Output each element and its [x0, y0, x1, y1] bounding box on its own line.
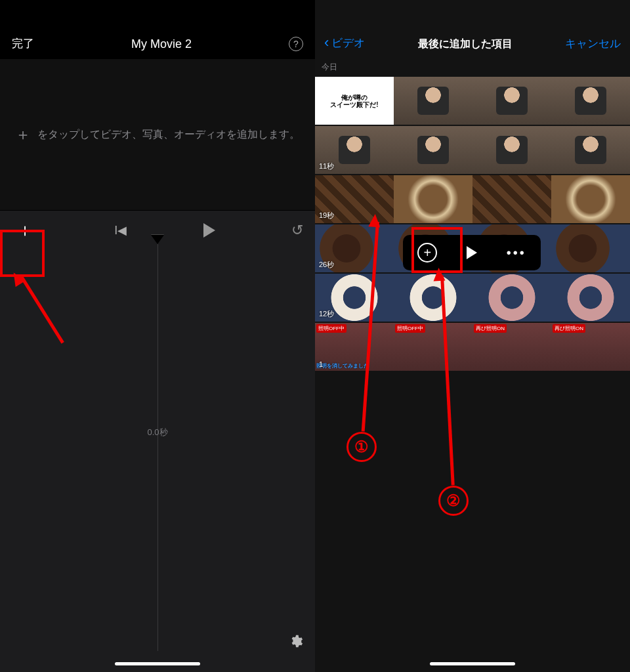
video-row[interactable]: 照明OFF中 照明を消してみました 照明OFF中 再び照明ON 再び照明ON 1	[315, 323, 630, 371]
back-label: ビデオ	[331, 35, 365, 51]
video-thumbnail: 再び照明ON	[472, 323, 551, 371]
undo-button[interactable]: ↺	[291, 222, 303, 239]
more-actions-button[interactable]: •••	[507, 245, 526, 261]
back-button[interactable]: ‹ ビデオ	[324, 34, 365, 51]
hint-text: をタップしてビデオ、写真、オーディオを追加します。	[37, 128, 300, 142]
chevron-left-icon: ‹	[324, 34, 329, 51]
playhead-line	[158, 244, 158, 651]
annotation-step-2: ②	[438, 486, 469, 516]
video-thumbnail	[551, 77, 630, 125]
picker-title: 最後に追加した項目	[418, 37, 513, 51]
duration-label: 12秒	[319, 309, 334, 319]
video-thumbnail	[472, 274, 551, 322]
video-row-selected[interactable]: 19秒	[315, 175, 630, 223]
video-thumbnail: 俺が噂の スイーツ殿下だ!	[315, 77, 394, 125]
add-media-hint: ＋ をタップしてビデオ、写真、オーディオを追加します。	[15, 124, 300, 145]
video-thumbnail: 照明OFF中	[394, 323, 472, 371]
video-list: 俺が噂の スイーツ殿下だ! 11秒 19秒	[315, 77, 630, 672]
duration-label: 11秒	[319, 161, 334, 171]
video-thumbnail	[472, 77, 551, 125]
duration-label: 1	[319, 360, 323, 368]
annotation-step-1: ①	[346, 432, 377, 462]
video-thumbnail	[472, 126, 551, 174]
section-header-today: 今日	[315, 59, 630, 77]
video-thumbnail	[394, 126, 472, 174]
settings-button[interactable]	[287, 633, 304, 650]
home-indicator	[430, 662, 515, 665]
video-row[interactable]: 俺が噂の スイーツ殿下だ!	[315, 77, 630, 125]
help-button[interactable]: ?	[289, 37, 303, 51]
video-thumbnail	[394, 77, 472, 125]
video-thumbnail	[551, 224, 630, 272]
preview-clip-button[interactable]	[467, 246, 477, 259]
annotation-arrowhead-1	[368, 213, 381, 227]
playhead-indicator	[151, 235, 164, 244]
video-thumbnail	[551, 126, 630, 174]
preview-area: ＋ をタップしてビデオ、写真、オーディオを追加します。	[0, 59, 315, 210]
video-row[interactable]: 11秒	[315, 126, 630, 174]
annotation-highlight-insert-button	[411, 227, 463, 273]
play-button[interactable]	[203, 223, 215, 238]
imovie-editor-screen: 完了 My Movie 2 ? ＋ をタップしてビデオ、写真、オーディオを追加し…	[0, 0, 315, 672]
duration-label: 26秒	[319, 260, 334, 270]
video-thumbnail	[551, 274, 630, 322]
video-thumbnail: 再び照明ON	[551, 323, 630, 371]
gear-icon	[289, 634, 303, 648]
home-indicator	[115, 662, 200, 665]
duration-label: 19秒	[319, 211, 334, 220]
video-thumbnail	[551, 175, 630, 223]
editor-header: 完了 My Movie 2 ?	[0, 0, 315, 59]
plus-icon: ＋	[15, 124, 31, 145]
timeline-time-label: 0.0秒	[147, 427, 167, 438]
video-thumbnail: 照明OFF中 照明を消してみました	[315, 323, 394, 371]
media-picker-screen: ‹ ビデオ 最後に追加した項目 キャンセル 今日 俺が噂の スイーツ殿下だ! 1…	[315, 0, 630, 672]
picker-header: ‹ ビデオ 最後に追加した項目 キャンセル	[315, 0, 630, 59]
video-row[interactable]: 12秒	[315, 274, 630, 322]
video-thumbnail	[394, 175, 472, 223]
project-title: My Movie 2	[131, 37, 192, 51]
annotation-highlight-add-button	[0, 230, 45, 277]
video-thumbnail	[472, 175, 551, 223]
skip-back-button[interactable]: I◀	[114, 223, 127, 238]
done-button[interactable]: 完了	[12, 36, 34, 51]
cancel-button[interactable]: キャンセル	[565, 36, 621, 51]
